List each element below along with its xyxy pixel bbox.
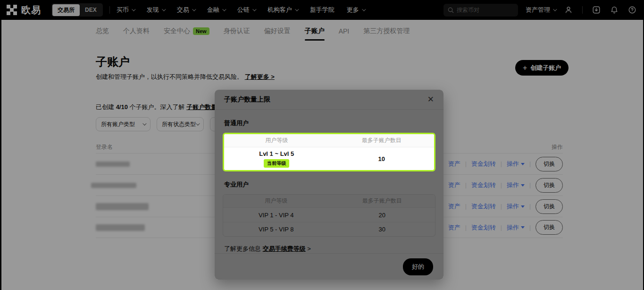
level-table-row: VIP 1 - VIP 4 20 <box>223 208 435 222</box>
subaccount-limit-modal: 子账户数量上限 ✕ 普通用户 用户等级 最多子账户数目 Lvl 1 ~ Lvl … <box>215 90 443 280</box>
modal-footer: 好的 <box>215 253 443 280</box>
level-range: VIP 5 - VIP 8 <box>223 226 329 233</box>
level-table-header: 用户等级 最多子账户数目 <box>223 195 435 208</box>
regular-user-section-title: 普通用户 <box>224 119 435 128</box>
level-table-row: Lvl 1 ~ Lvl 5 当前等级 10 <box>224 147 434 170</box>
modal-body: 普通用户 用户等级 最多子账户数目 Lvl 1 ~ Lvl 5 当前等级 10 … <box>215 110 443 253</box>
header-max-subaccounts: 最多子账户数目 <box>329 136 435 145</box>
max-subaccounts-value: 30 <box>329 226 435 233</box>
max-subaccounts-value: 20 <box>329 212 435 219</box>
pro-user-section-title: 专业用户 <box>224 180 435 189</box>
regular-user-level-table-highlighted: 用户等级 最多子账户数目 Lvl 1 ~ Lvl 5 当前等级 10 <box>223 133 435 171</box>
level-range: VIP 1 - VIP 4 <box>223 212 329 219</box>
max-subaccounts-value: 10 <box>329 155 435 162</box>
header-max-subaccounts: 最多子账户数目 <box>329 197 435 205</box>
close-icon[interactable]: ✕ <box>427 95 434 103</box>
modal-header: 子账户数量上限 ✕ <box>215 90 443 110</box>
screen-edge <box>0 0 1 290</box>
level-table-row: VIP 5 - VIP 8 30 <box>223 222 435 236</box>
ok-button[interactable]: 好的 <box>403 258 433 275</box>
level-table-header: 用户等级 最多子账户数目 <box>224 134 434 147</box>
header-user-level: 用户等级 <box>224 136 329 145</box>
header-user-level: 用户等级 <box>223 197 329 205</box>
pro-user-level-table: 用户等级 最多子账户数目 VIP 1 - VIP 4 20 VIP 5 - VI… <box>223 194 435 237</box>
modal-title: 子账户数量上限 <box>224 95 270 104</box>
fee-tier-info-line: 了解更多信息 交易手续费等级 > <box>224 245 435 253</box>
level-range: Lvl 1 ~ Lvl 5 <box>259 150 294 157</box>
fee-tier-link[interactable]: 交易手续费等级 <box>263 245 306 252</box>
current-level-badge: 当前等级 <box>264 159 289 168</box>
